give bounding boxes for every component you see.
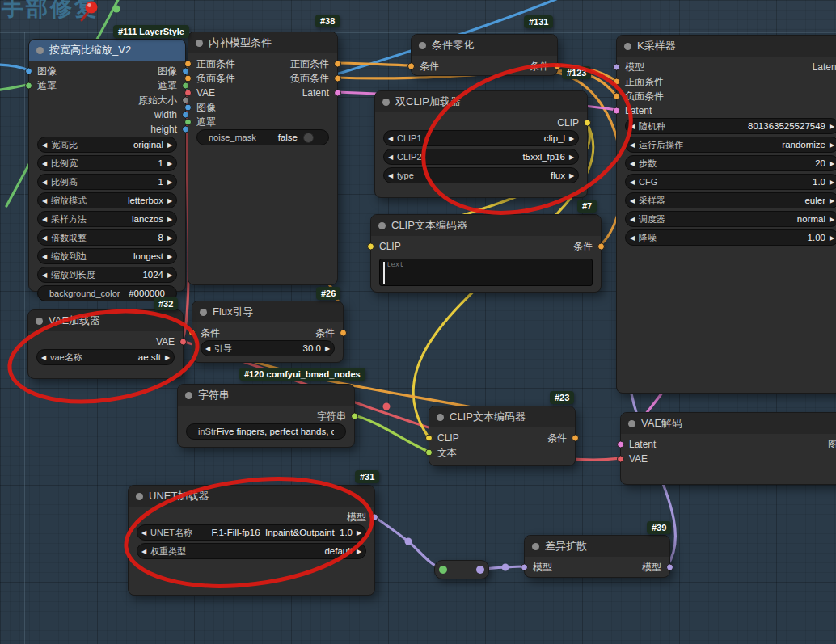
collapse-dot-icon[interactable] — [36, 47, 44, 54]
collapse-dot-icon[interactable] — [628, 420, 635, 427]
widget-arrow-left-icon[interactable]: ◀ — [626, 141, 639, 149]
node-string-node[interactable]: 字符串字符串inStrFive fingers, perfect hands, … — [177, 384, 355, 448]
collapse-dot-icon[interactable] — [378, 222, 386, 229]
collapse-dot-icon[interactable] — [382, 99, 390, 106]
ksampler-widget-5[interactable]: ◀调度器normal▶ — [625, 211, 836, 227]
node-canvas[interactable]: 按宽高比缩放_V2图像图像遮罩遮罩原始大小widthheight◀宽高比orig… — [0, 0, 836, 644]
ksampler-widget-6[interactable]: ◀降噪1.00▶ — [625, 229, 836, 246]
ksampler-widget-2[interactable]: ◀步数20▶ — [625, 155, 836, 171]
scale-widget-3[interactable]: ◀缩放模式letterbox▶ — [37, 192, 177, 208]
widget-arrow-right-icon[interactable]: ▶ — [825, 160, 836, 167]
widget-arrow-left-icon[interactable]: ◀ — [38, 197, 51, 204]
widget-arrow-right-icon[interactable]: ▶ — [825, 179, 836, 186]
vae-loader-output-port-0[interactable] — [179, 339, 187, 346]
widget-arrow-left-icon[interactable]: ◀ — [384, 172, 397, 179]
widget-arrow-right-icon[interactable]: ▶ — [825, 141, 836, 149]
node-vae-loader[interactable]: VAE加载器VAE◀vae名称ae.sft▶ — [27, 309, 184, 379]
widget-arrow-left-icon[interactable]: ◀ — [38, 234, 51, 242]
inpaint-cond-output-port-0[interactable] — [334, 61, 341, 68]
vae-decode-input-port-1[interactable] — [617, 456, 624, 463]
unet-loader-widget-1[interactable]: ◀权重类型default▶ — [137, 543, 366, 559]
widget-arrow-left-icon[interactable]: ◀ — [626, 197, 639, 204]
widget-arrow-right-icon[interactable]: ▶ — [163, 234, 176, 242]
reroute-output-port[interactable] — [476, 566, 484, 574]
collapse-dot-icon[interactable] — [419, 42, 426, 49]
widget-arrow-right-icon[interactable]: ▶ — [163, 197, 176, 204]
unet-loader-output-port-0[interactable] — [371, 514, 378, 521]
collapse-dot-icon[interactable] — [196, 40, 203, 47]
string-node-widget-0[interactable]: inStrFive fingers, perfect hands, c — [186, 423, 346, 440]
widget-arrow-left-icon[interactable]: ◀ — [626, 160, 639, 167]
reroute-node[interactable] — [434, 560, 489, 579]
widget-arrow-left-icon[interactable]: ◀ — [38, 216, 51, 223]
widget-arrow-right-icon[interactable]: ▶ — [163, 141, 176, 149]
widget-arrow-right-icon[interactable]: ▶ — [825, 123, 836, 130]
clip-text-encode-neg-input-port-0[interactable] — [367, 243, 374, 250]
node-title-bar[interactable]: UNET加载器 — [129, 486, 374, 507]
widget-arrow-left-icon[interactable]: ◀ — [384, 154, 397, 161]
string-node-output-port-0[interactable] — [351, 413, 358, 420]
clip-text-encode-pos-input-port-0[interactable] — [425, 435, 433, 442]
collapse-dot-icon[interactable] — [136, 493, 143, 500]
unet-loader-widget-0[interactable]: ◀UNET名称F.1-Fill-fp16_Inpaint&Outpaint_1.… — [137, 524, 366, 541]
dual-clip-loader-widget-1[interactable]: ◀CLIP2t5xxl_fp16▶ — [383, 149, 579, 165]
widget-arrow-right-icon[interactable]: ▶ — [825, 234, 836, 242]
ksampler-widget-3[interactable]: ◀CFG1.0▶ — [625, 174, 836, 190]
node-title-bar[interactable]: 条件零化 — [412, 35, 557, 56]
inpaint-cond-input-port-4[interactable] — [184, 119, 192, 126]
cond-zero-out-input-port-0[interactable] — [407, 63, 415, 70]
flux-guidance-output-port-0[interactable] — [340, 330, 347, 337]
ksampler-widget-0[interactable]: ◀随机种801363525527549▶ — [625, 118, 836, 134]
inpaint-cond-input-port-2[interactable] — [184, 90, 192, 97]
node-scale[interactable]: 按宽高比缩放_V2图像图像遮罩遮罩原始大小widthheight◀宽高比orig… — [28, 39, 186, 292]
prompt-textarea[interactable]: text — [379, 259, 593, 286]
scale-widget-6[interactable]: ◀缩放到边longest▶ — [37, 248, 177, 264]
node-title-bar[interactable]: VAE解码 — [621, 413, 836, 434]
collapse-dot-icon[interactable] — [437, 414, 444, 421]
clip-text-encode-pos-output-port-0[interactable] — [572, 435, 579, 442]
node-title-bar[interactable]: 字符串 — [178, 385, 354, 406]
inpaint-cond-output-port-2[interactable] — [334, 90, 341, 97]
ksampler-input-port-2[interactable] — [613, 93, 620, 100]
ksampler-widget-4[interactable]: ◀采样器euler▶ — [625, 192, 836, 208]
inpaint-cond-widget-0[interactable]: noise_maskfalse — [196, 129, 329, 145]
differential-diffusion-output-port-0[interactable] — [666, 564, 673, 571]
vae-loader-widget-0[interactable]: ◀vae名称ae.sft▶ — [36, 349, 175, 365]
widget-arrow-left-icon[interactable]: ◀ — [38, 141, 51, 149]
widget-arrow-left-icon[interactable]: ◀ — [38, 179, 51, 186]
widget-arrow-left-icon[interactable]: ◀ — [38, 160, 51, 167]
widget-arrow-left-icon[interactable]: ◀ — [201, 345, 214, 352]
vae-decode-input-port-0[interactable] — [617, 441, 624, 448]
widget-arrow-right-icon[interactable]: ▶ — [163, 216, 176, 223]
widget-arrow-left-icon[interactable]: ◀ — [38, 253, 51, 260]
node-clip-text-encode-neg[interactable]: CLIP文本编码器CLIP条件text — [370, 214, 602, 293]
node-vae-decode[interactable]: VAE解码Latent图像VAE — [620, 412, 836, 485]
node-inpaint-cond[interactable]: 内补模型条件正面条件正面条件负面条件负面条件VAELatent图像遮罩noise… — [188, 32, 338, 285]
node-differential-diffusion[interactable]: 差异扩散模型模型 — [524, 535, 670, 578]
ksampler-input-port-1[interactable] — [613, 78, 620, 86]
node-cond-zero-out[interactable]: 条件零化条件条件 — [411, 34, 558, 76]
node-unet-loader[interactable]: UNET加载器模型◀UNET名称F.1-Fill-fp16_Inpaint&Ou… — [128, 485, 375, 596]
widget-arrow-right-icon[interactable]: ▶ — [321, 345, 334, 352]
inpaint-cond-input-port-0[interactable] — [184, 61, 192, 68]
widget-arrow-left-icon[interactable]: ◀ — [626, 234, 639, 242]
ksampler-input-port-3[interactable] — [613, 107, 620, 115]
node-flux-guidance[interactable]: Flux引导条件条件◀引导30.0▶ — [192, 301, 344, 363]
scale-input-port-0[interactable] — [25, 68, 32, 75]
widget-arrow-right-icon[interactable]: ▶ — [353, 548, 365, 555]
collapse-dot-icon[interactable] — [200, 309, 207, 316]
ksampler-widget-1[interactable]: ◀运行后操作randomize▶ — [625, 137, 836, 153]
scale-widget-0[interactable]: ◀宽高比original▶ — [37, 137, 177, 153]
reroute-input-port[interactable] — [439, 566, 447, 574]
widget-arrow-right-icon[interactable]: ▶ — [163, 179, 176, 186]
scale-widget-5[interactable]: ◀倍数取整8▶ — [37, 229, 177, 246]
widget-arrow-left-icon[interactable]: ◀ — [137, 529, 150, 537]
collapse-dot-icon[interactable] — [185, 392, 192, 399]
clip-text-encode-neg-output-port-0[interactable] — [597, 243, 605, 250]
scale-widget-2[interactable]: ◀比例高1▶ — [37, 174, 177, 190]
node-title-bar[interactable]: 内补模型条件 — [188, 32, 337, 53]
node-title-bar[interactable]: K采样器 — [617, 36, 836, 57]
node-title-bar[interactable]: 按宽高比缩放_V2 — [29, 40, 185, 61]
widget-arrow-left-icon[interactable]: ◀ — [137, 548, 150, 555]
dual-clip-loader-output-port-0[interactable] — [584, 120, 591, 127]
